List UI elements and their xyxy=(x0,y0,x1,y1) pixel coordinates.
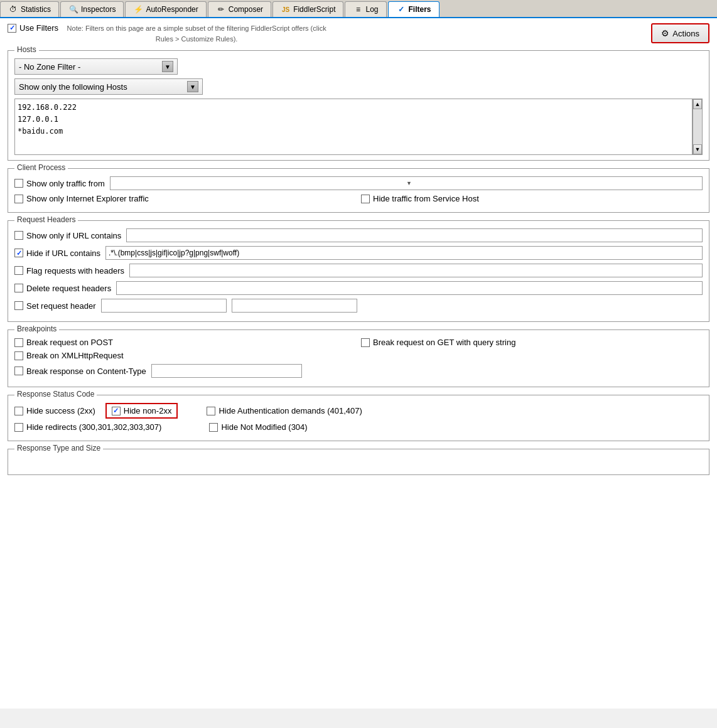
hosts-list-box[interactable]: 192.168.0.222 127.0.0.1 *baidu.com xyxy=(14,99,693,155)
host-filter-dropdown[interactable]: Show only the following Hosts ▼ xyxy=(14,78,203,95)
hosts-scrollbar: ▲ ▼ xyxy=(693,99,703,155)
composer-icon: ✏ xyxy=(216,4,226,14)
hide-success-wrap[interactable]: Hide success (2xx) xyxy=(14,406,95,415)
break-content-type-checkbox[interactable] xyxy=(14,367,23,375)
hide-not-modified-checkbox[interactable] xyxy=(209,423,218,432)
delete-headers-checkbox[interactable] xyxy=(14,284,23,292)
request-headers-section: Request Headers Show only if URL contain… xyxy=(8,220,709,322)
scrollbar-track xyxy=(693,109,702,144)
show-url-contains-checkbox[interactable] xyxy=(14,231,23,240)
tab-inspectors-label: Inspectors xyxy=(81,5,116,14)
break-xmlhttp-row: Break on XMLHttpRequest xyxy=(14,351,703,360)
show-only-ie-label: Show only Internet Explorer traffic xyxy=(26,194,149,203)
tab-autoresponder-label: AutoResponder xyxy=(146,5,198,14)
flag-requests-checkbox[interactable] xyxy=(14,266,23,275)
delete-headers-row: Delete request headers xyxy=(14,281,703,295)
break-content-type-input[interactable] xyxy=(151,364,302,378)
hosts-section-title: Hosts xyxy=(14,45,39,54)
show-url-contains-input[interactable] xyxy=(126,228,703,242)
hide-not-modified-wrap[interactable]: Hide Not Modified (304) xyxy=(209,422,307,432)
log-icon: ≡ xyxy=(353,4,363,14)
flag-requests-wrap[interactable]: Flag requests with headers xyxy=(14,266,124,276)
use-filters-checkbox[interactable] xyxy=(8,24,16,33)
hide-non2xx-checkbox[interactable] xyxy=(112,407,121,415)
hide-url-contains-input[interactable] xyxy=(105,246,703,260)
client-process-section: Client Process Show only traffic from ▼ … xyxy=(8,168,709,213)
show-only-traffic-row: Show only traffic from ▼ xyxy=(14,176,703,190)
tab-composer[interactable]: ✏ Composer xyxy=(208,1,271,17)
hide-auth-label: Hide Authentication demands (401,407) xyxy=(218,406,362,415)
break-xmlhttp-checkbox[interactable] xyxy=(14,351,23,360)
host-entry-2: 127.0.0.1 xyxy=(18,114,689,126)
delete-headers-label: Delete request headers xyxy=(26,284,111,293)
response-type-title: Response Type and Size xyxy=(14,444,103,452)
hide-auth-wrap[interactable]: Hide Authentication demands (401,407) xyxy=(207,406,362,415)
tab-autoresponder[interactable]: ⚡ AutoResponder xyxy=(125,1,206,17)
break-get-query-wrap[interactable]: Break request on GET with query string xyxy=(361,338,703,347)
actions-button[interactable]: ⚙ Actions xyxy=(651,23,709,43)
show-only-ie-checkbox[interactable] xyxy=(14,195,23,203)
scrollbar-up-button[interactable]: ▲ xyxy=(693,99,702,109)
hide-url-contains-checkbox[interactable] xyxy=(14,249,23,257)
tab-fiddlerscript[interactable]: JS FiddlerScript xyxy=(272,1,343,17)
scrollbar-down-button[interactable]: ▼ xyxy=(693,144,702,154)
response-status-title: Response Status Code xyxy=(14,390,97,399)
break-get-query-label: Break request on GET with query string xyxy=(373,338,515,347)
tab-filters[interactable]: ✓ Filters xyxy=(388,1,439,18)
hide-redirects-checkbox[interactable] xyxy=(14,423,23,432)
response-type-inner xyxy=(14,457,703,469)
tab-statistics[interactable]: ⏱ Statistics xyxy=(0,1,59,17)
break-post-wrap[interactable]: Break request on POST xyxy=(14,338,356,347)
response-status-section: Response Status Code Hide success (2xx) … xyxy=(8,395,709,441)
zone-filter-dropdown[interactable]: - No Zone Filter - ▼ xyxy=(14,58,178,75)
break-content-type-wrap[interactable]: Break response on Content-Type xyxy=(14,367,146,376)
inspectors-icon: 🔍 xyxy=(68,4,78,14)
client-process-inner: Show only traffic from ▼ Show only Inter… xyxy=(14,176,703,203)
tab-composer-label: Composer xyxy=(229,5,263,14)
hide-traffic-service-checkbox-wrap[interactable]: Hide traffic from Service Host xyxy=(361,194,703,203)
break-content-type-label: Break response on Content-Type xyxy=(26,367,146,376)
tab-inspectors[interactable]: 🔍 Inspectors xyxy=(60,1,124,17)
use-filters-label: Use Filters xyxy=(19,23,58,33)
delete-headers-wrap[interactable]: Delete request headers xyxy=(14,284,111,293)
host-filter-arrow[interactable]: ▼ xyxy=(187,81,198,92)
rsc-row2: Hide redirects (300,301,302,303,307) Hid… xyxy=(14,422,703,432)
set-header-row: Set request header xyxy=(14,299,703,313)
flag-requests-input[interactable] xyxy=(129,264,703,277)
process-dropdown[interactable]: ▼ xyxy=(110,176,703,190)
use-filters-checkbox-wrap[interactable]: Use Filters xyxy=(8,23,58,33)
zone-filter-value: - No Zone Filter - xyxy=(19,62,162,72)
hide-redirects-label: Hide redirects (300,301,302,303,307) xyxy=(26,422,161,432)
statistics-icon: ⏱ xyxy=(8,4,18,14)
client-process-title: Client Process xyxy=(14,163,68,172)
set-header-checkbox[interactable] xyxy=(14,301,23,310)
set-header-value-input[interactable] xyxy=(232,299,357,313)
hide-redirects-wrap[interactable]: Hide redirects (300,301,302,303,307) xyxy=(14,422,161,432)
show-url-contains-row: Show only if URL contains xyxy=(14,228,703,242)
hide-success-checkbox[interactable] xyxy=(14,407,23,415)
show-only-ie-checkbox-wrap[interactable]: Show only Internet Explorer traffic xyxy=(14,194,356,203)
hide-not-modified-label: Hide Not Modified (304) xyxy=(221,422,307,432)
hide-url-contains-wrap[interactable]: Hide if URL contains xyxy=(14,249,100,258)
actions-gear-icon: ⚙ xyxy=(661,28,669,38)
hide-auth-checkbox[interactable] xyxy=(207,407,215,415)
set-header-wrap[interactable]: Set request header xyxy=(14,301,96,311)
show-only-traffic-checkbox-wrap[interactable]: Show only traffic from xyxy=(14,179,105,188)
break-post-checkbox[interactable] xyxy=(14,338,23,347)
break-content-type-row: Break response on Content-Type xyxy=(14,364,703,378)
hide-url-contains-label: Hide if URL contains xyxy=(26,249,100,258)
tab-fiddlerscript-label: FiddlerScript xyxy=(293,5,335,14)
zone-filter-arrow[interactable]: ▼ xyxy=(162,61,173,72)
show-only-traffic-checkbox[interactable] xyxy=(14,179,23,188)
break-get-query-checkbox[interactable] xyxy=(361,338,370,347)
show-url-contains-wrap[interactable]: Show only if URL contains xyxy=(14,231,121,240)
hide-traffic-service-checkbox[interactable] xyxy=(361,195,370,203)
filters-icon: ✓ xyxy=(396,4,406,14)
set-header-name-input[interactable] xyxy=(101,299,227,313)
tab-log[interactable]: ≡ Log xyxy=(345,1,386,17)
delete-headers-input[interactable] xyxy=(116,281,703,295)
tab-filters-label: Filters xyxy=(409,5,431,14)
note-text: Note: Filters on this page are a simple … xyxy=(65,23,328,44)
break-xmlhttp-wrap[interactable]: Break on XMLHttpRequest xyxy=(14,351,124,360)
tab-statistics-label: Statistics xyxy=(21,5,51,14)
